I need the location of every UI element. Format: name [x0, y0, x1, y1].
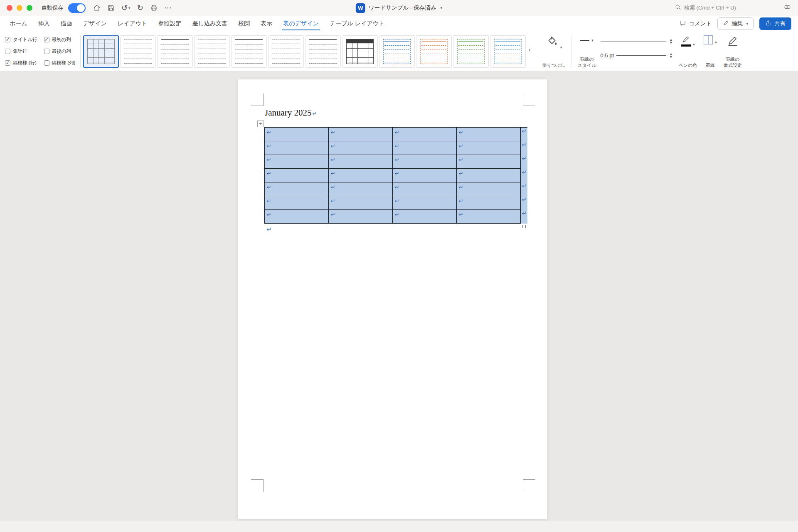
table-cell[interactable]: ↵: [329, 155, 393, 169]
tab-mailings[interactable]: 差し込み文書: [187, 16, 233, 32]
table-cell[interactable]: ↵: [393, 169, 457, 182]
table-style-option[interactable]: ✓タイトル行: [5, 34, 37, 45]
table-style-thumb[interactable]: [379, 35, 415, 68]
table-style-thumb[interactable]: [231, 35, 267, 68]
close-window-button[interactable]: [7, 5, 12, 11]
pen-color-dropdown-icon[interactable]: ▾: [693, 42, 695, 47]
fill-bucket-button[interactable]: ▾: [546, 35, 562, 49]
table-cell[interactable]: ↵: [329, 141, 393, 155]
title-dropdown-icon[interactable]: ▾: [441, 6, 443, 10]
tab-home[interactable]: ホーム: [4, 16, 33, 32]
table-style-thumb[interactable]: [120, 35, 156, 68]
tab-review[interactable]: 校閲: [233, 16, 255, 32]
checkbox[interactable]: ✓: [44, 37, 49, 42]
minimize-window-button[interactable]: [17, 5, 22, 11]
table-cell[interactable]: ↵: [329, 128, 393, 141]
zoom-window-button[interactable]: [27, 5, 32, 11]
table-cell[interactable]: ↵: [393, 155, 457, 169]
border-painter-button[interactable]: [727, 35, 738, 48]
table-cell[interactable]: ↵: [265, 196, 329, 210]
table-style-thumb[interactable]: [490, 35, 526, 68]
share-screen-icon[interactable]: [783, 3, 791, 12]
table-move-handle[interactable]: +: [257, 121, 264, 127]
border-style-dropdown-icon[interactable]: ▾: [591, 38, 594, 42]
home-icon[interactable]: [93, 4, 101, 12]
table-style-option[interactable]: 最後の列: [44, 46, 76, 57]
checkbox[interactable]: ✓: [5, 60, 10, 66]
line-weight-stepper[interactable]: ▲▼: [669, 53, 674, 59]
tab-view[interactable]: 表示: [255, 16, 278, 32]
table-cell[interactable]: ↵: [457, 128, 521, 141]
table-cell[interactable]: ↵: [329, 169, 393, 182]
line-weight-select[interactable]: 0.5 pt ▲▼: [601, 50, 674, 61]
checkbox[interactable]: [44, 49, 49, 54]
undo-dropdown-icon[interactable]: ▾: [128, 6, 131, 10]
tab-insert[interactable]: 挿入: [33, 16, 55, 32]
table-style-thumb[interactable]: [342, 35, 378, 68]
search-input[interactable]: 検索 (Cmd + Ctrl + U): [672, 2, 767, 13]
undo-icon[interactable]: ↺▾: [121, 4, 131, 12]
table-style-option[interactable]: 集計行: [5, 46, 37, 57]
borders-button[interactable]: ▾: [704, 35, 717, 44]
line-style-stepper[interactable]: ▲▼: [669, 39, 674, 44]
table-cell[interactable]: ↵: [265, 210, 329, 224]
doc-table[interactable]: ↵↵↵↵↵↵↵↵↵↵↵↵↵↵↵↵↵↵↵↵↵↵↵↵↵↵↵↵↵↵↵↵↵↵↵: [264, 127, 527, 224]
table-style-thumb[interactable]: [453, 35, 489, 68]
tab-design[interactable]: デザイン: [78, 16, 112, 32]
save-icon[interactable]: [107, 4, 115, 12]
document-page[interactable]: January 2025 ↵ + ↵↵↵↵↵↵↵↵↵↵↵↵↵↵↵↵↵↵↵↵↵↵↵…: [238, 79, 547, 519]
gallery-more-button[interactable]: ›: [526, 34, 533, 66]
table-style-thumb[interactable]: [157, 35, 193, 68]
table-resize-handle[interactable]: [522, 225, 526, 228]
redo-icon[interactable]: ↻: [137, 4, 143, 12]
table-style-option[interactable]: ✓最初の列: [44, 34, 76, 45]
table-cell[interactable]: ↵: [457, 182, 521, 196]
pen-color-button[interactable]: ▾: [681, 35, 695, 47]
table-cell[interactable]: ↵: [265, 141, 329, 155]
table-style-option[interactable]: 縞模様 (列): [44, 57, 76, 68]
checkbox[interactable]: ✓: [5, 37, 10, 42]
table-cell[interactable]: ↵: [265, 128, 329, 141]
table-style-thumb[interactable]: [83, 35, 119, 68]
table-style-option[interactable]: ✓縞模様 (行): [5, 57, 37, 68]
table-cell[interactable]: ↵: [393, 210, 457, 224]
table-cell[interactable]: ↵: [265, 182, 329, 196]
print-icon[interactable]: [150, 4, 158, 12]
table-cell[interactable]: ↵: [329, 210, 393, 224]
tab-layout[interactable]: レイアウト: [112, 16, 153, 32]
more-commands-icon[interactable]: ⋯: [164, 4, 172, 12]
table-style-thumb[interactable]: [194, 35, 230, 68]
table-cell[interactable]: ↵: [457, 141, 521, 155]
table-cell[interactable]: ↵: [393, 182, 457, 196]
tab-draw[interactable]: 描画: [55, 16, 78, 32]
table-cell[interactable]: ↵: [457, 196, 521, 210]
table-cell[interactable]: ↵: [329, 196, 393, 210]
comments-button[interactable]: コメント: [679, 20, 712, 28]
table-cell[interactable]: ↵: [457, 210, 521, 224]
tab-references[interactable]: 参照設定: [153, 16, 187, 32]
tab-table-layout[interactable]: テーブル レイアウト: [324, 16, 390, 32]
document-title-group[interactable]: W ワードサンプル - 保存済み ▾: [356, 0, 442, 16]
table-cell[interactable]: ↵: [265, 155, 329, 169]
table-cell[interactable]: ↵: [393, 141, 457, 155]
edit-dropdown-icon[interactable]: ▾: [746, 22, 748, 26]
fill-dropdown-icon[interactable]: ▾: [560, 45, 562, 49]
line-style-select[interactable]: ▲▼: [601, 36, 674, 47]
table-style-thumb[interactable]: [305, 35, 341, 68]
tab-table-design[interactable]: 表のデザイン: [278, 16, 324, 32]
table-style-thumb[interactable]: [268, 35, 304, 68]
table-cell[interactable]: ↵: [457, 155, 521, 169]
borders-dropdown-icon[interactable]: ▾: [715, 40, 717, 44]
table-cell[interactable]: ↵: [329, 182, 393, 196]
share-button[interactable]: 共有: [759, 17, 791, 30]
table-style-thumb[interactable]: [416, 35, 452, 68]
border-style-button[interactable]: ▾: [580, 35, 594, 45]
autosave-toggle[interactable]: [68, 3, 86, 13]
table-cell[interactable]: ↵: [393, 196, 457, 210]
edit-mode-button[interactable]: 編集 ▾: [717, 17, 754, 30]
table-cell[interactable]: ↵: [265, 169, 329, 182]
table-cell[interactable]: ↵: [457, 169, 521, 182]
table-cell[interactable]: ↵: [393, 128, 457, 141]
checkbox[interactable]: [44, 60, 49, 66]
checkbox[interactable]: [5, 49, 10, 54]
